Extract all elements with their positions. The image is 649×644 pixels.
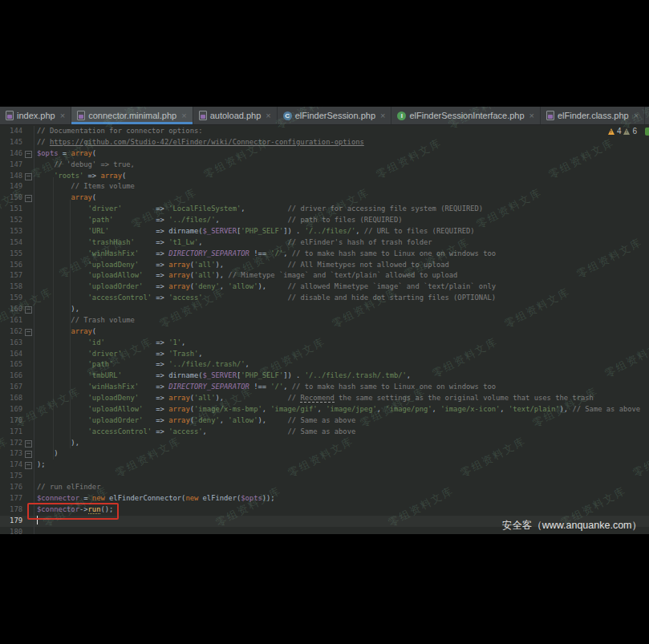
tab-close-icon[interactable]: × <box>380 111 385 120</box>
code-text: 'URL' => dirname($_SERVER['PHP_SELF']) .… <box>34 226 475 237</box>
code-line-144[interactable]: 144// Documentation for connector option… <box>0 126 649 137</box>
inspection-status-icon <box>645 128 649 136</box>
php-file-icon <box>6 111 14 120</box>
code-line-164[interactable]: 164 'driver' => 'Trash', <box>0 349 649 360</box>
fold-toggle-icon[interactable] <box>25 451 32 458</box>
code-text: // 'debug' => true, <box>34 160 135 171</box>
code-line-169[interactable]: 169 'uploadAllow' => array('image/x-ms-b… <box>0 404 649 415</box>
tab-close-icon[interactable]: × <box>634 111 639 120</box>
code-line-145[interactable]: 145// https://github.com/Studio-42/elFin… <box>0 137 649 148</box>
code-line-174[interactable]: 174); <box>0 460 649 471</box>
code-line-148[interactable]: 148 'roots' => array( <box>0 171 649 182</box>
line-number: 145 <box>0 137 22 148</box>
code-line-166[interactable]: 166 'tmbURL' => dirname($_SERVER['PHP_SE… <box>0 371 649 382</box>
code-line-151[interactable]: 151 'driver' => 'LocalFileSystem', // dr… <box>0 204 649 215</box>
tab-label: index.php <box>17 111 55 120</box>
code-line-167[interactable]: 167 'winHashFix' => DIRECTORY_SEPARATOR … <box>0 382 649 393</box>
fold-column <box>22 393 34 404</box>
tab-label: connector.minimal.php <box>88 111 176 120</box>
line-number: 165 <box>0 359 22 371</box>
code-line-170[interactable]: 170 'uploadOrder' => array('deny', 'allo… <box>0 415 649 427</box>
tab-connector.minimal.php[interactable]: connector.minimal.php× <box>71 107 193 124</box>
tab-elFinderSessionInterface.php[interactable]: IelFinderSessionInterface.php× <box>391 107 541 124</box>
line-number: 176 <box>0 482 22 493</box>
code-line-154[interactable]: 154 'trashHash' => 't1_Lw', // elFinder'… <box>0 237 649 249</box>
code-line-153[interactable]: 153 'URL' => dirname($_SERVER['PHP_SELF'… <box>0 226 649 237</box>
tab-index.php[interactable]: index.php× <box>0 107 71 124</box>
fold-column <box>22 204 34 215</box>
tab-close-icon[interactable]: × <box>266 111 270 120</box>
fold-toggle-icon[interactable] <box>25 151 32 158</box>
code-line-161[interactable]: 161 // Trash volume <box>0 315 649 326</box>
fold-column <box>22 427 34 438</box>
line-number: 156 <box>0 260 22 271</box>
code-text: 'uploadAllow' => array('image/x-ms-bmp',… <box>34 404 640 415</box>
fold-column <box>22 304 34 315</box>
run-call-highlight-box <box>27 503 119 520</box>
fold-column <box>22 249 34 260</box>
code-line-172[interactable]: 172 ), <box>0 438 649 449</box>
fold-toggle-icon[interactable] <box>25 440 32 448</box>
code-text: 'winHashFix' => DIRECTORY_SEPARATOR !== … <box>34 382 496 393</box>
code-line-149[interactable]: 149 // Items volume <box>0 181 649 192</box>
top-letterbox <box>0 0 649 107</box>
line-number: 155 <box>0 249 22 260</box>
code-text: // run elFinder <box>34 482 100 493</box>
inspection-widget[interactable]: ! 4 ! 6 <box>608 127 649 136</box>
code-line-156[interactable]: 156 'uploadDeny' => array('all'), // All… <box>0 260 649 271</box>
fold-column <box>22 359 34 371</box>
fold-toggle-icon[interactable] <box>25 306 32 314</box>
code-line-159[interactable]: 159 'accessControl' => 'access' // disab… <box>0 293 649 304</box>
code-text: 'driver' => 'LocalFileSystem', // driver… <box>34 204 483 215</box>
line-number: 180 <box>0 527 22 535</box>
tab-close-icon[interactable]: × <box>60 111 65 120</box>
fold-toggle-icon[interactable] <box>25 462 32 469</box>
tab-elFinder.class.php[interactable]: elFinder.class.php× <box>541 107 645 124</box>
tab-close-icon[interactable]: × <box>529 111 534 120</box>
code-line-160[interactable]: 160 ), <box>0 304 649 315</box>
code-line-152[interactable]: 152 'path' => '../files/', // path to fi… <box>0 215 649 226</box>
code-line-171[interactable]: 171 'accessControl' => 'access', // Same… <box>0 427 649 438</box>
line-number: 161 <box>0 315 22 326</box>
line-number: 162 <box>0 326 22 338</box>
code-line-175[interactable]: 175 <box>0 471 649 482</box>
tab-elFinderSession.php[interactable]: CelFinderSession.php× <box>278 107 392 124</box>
fold-toggle-icon[interactable] <box>25 329 32 336</box>
code-line-165[interactable]: 165 'path' => '../files/.trash/', <box>0 359 649 371</box>
line-number: 152 <box>0 215 22 226</box>
line-number: 153 <box>0 226 22 237</box>
code-line-150[interactable]: 150 array( <box>0 192 649 204</box>
code-line-168[interactable]: 168 'uploadDeny' => array('all'), // Rec… <box>0 393 649 404</box>
code-line-176[interactable]: 176// run elFinder <box>0 482 649 493</box>
code-line-157[interactable]: 157 'uploadAllow' => array('all'), // Mi… <box>0 270 649 281</box>
code-text: ); <box>34 460 46 471</box>
editor-pane[interactable]: 144// Documentation for connector option… <box>0 124 649 534</box>
tab-label: autoload.php <box>210 111 262 120</box>
code-line-155[interactable]: 155 'winHashFix' => DIRECTORY_SEPARATOR … <box>0 249 649 260</box>
code-text: 'tmbURL' => dirname($_SERVER['PHP_SELF']… <box>34 371 411 382</box>
fold-toggle-icon[interactable] <box>25 173 32 180</box>
code-line-173[interactable]: 173 ) <box>0 448 649 460</box>
code-line-163[interactable]: 163 'id' => '1', <box>0 338 649 349</box>
fold-toggle-icon[interactable] <box>25 195 32 202</box>
code-line-162[interactable]: 162 array( <box>0 326 649 338</box>
code-line-146[interactable]: 146$opts = array( <box>0 148 649 160</box>
code-line-147[interactable]: 147 // 'debug' => true, <box>0 160 649 171</box>
code-text: 'uploadOrder' => array('deny', 'allow'),… <box>34 415 355 427</box>
fold-column <box>22 137 34 148</box>
line-number: 150 <box>0 192 22 204</box>
code-text: 'accessControl' => 'access', // Same as … <box>34 427 355 438</box>
tab-autoload.php[interactable]: autoload.php× <box>193 107 278 124</box>
fold-column <box>22 471 34 482</box>
fold-column <box>22 448 34 460</box>
warning-count: 4 <box>617 127 622 136</box>
code-area[interactable]: 144// Documentation for connector option… <box>0 126 649 534</box>
code-text: 'path' => '../files/.trash/', <box>34 359 249 371</box>
tab-elFinderVolumeDriver.class.php[interactable]: BelFinderVolumeDriver.class.php× <box>645 107 649 124</box>
code-text: 'uploadOrder' => array('deny', 'allow'),… <box>34 281 496 293</box>
tab-close-icon[interactable]: × <box>181 111 186 120</box>
line-number: 178 <box>0 504 22 516</box>
line-number: 157 <box>0 270 22 281</box>
code-text: 'path' => '../files/', // path to files … <box>34 215 403 226</box>
code-line-158[interactable]: 158 'uploadOrder' => array('deny', 'allo… <box>0 281 649 293</box>
